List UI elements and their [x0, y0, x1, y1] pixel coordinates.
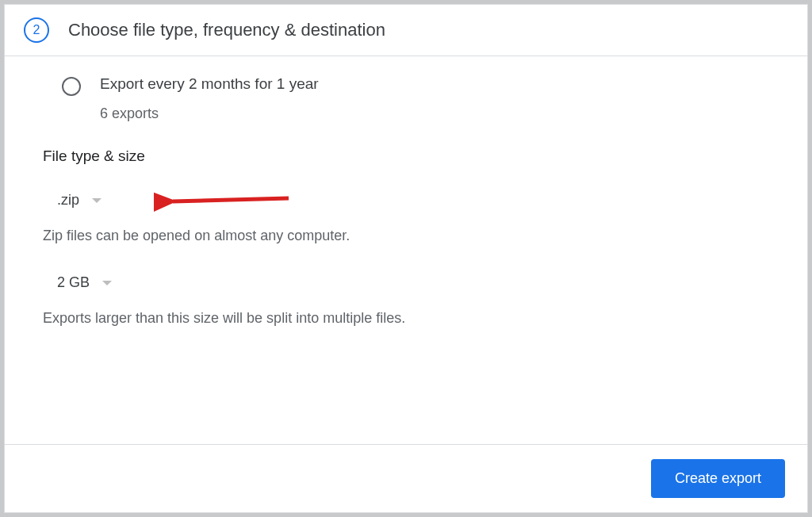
radio-content: Export every 2 months for 1 year 6 expor…	[100, 75, 319, 122]
footer-actions: Create export	[5, 445, 807, 512]
svg-line-1	[173, 198, 289, 201]
file-type-selected: .zip	[57, 192, 79, 209]
step-title: Choose file type, frequency & destinatio…	[68, 20, 385, 40]
step-header: 2 Choose file type, frequency & destinat…	[5, 5, 807, 56]
create-export-button[interactable]: Create export	[651, 459, 785, 498]
step-number-text: 2	[33, 23, 40, 37]
frequency-option-sublabel: 6 exports	[100, 105, 319, 122]
settings-content: Export every 2 months for 1 year 6 expor…	[5, 56, 807, 445]
annotation-arrow-icon	[154, 189, 297, 214]
file-type-section-title: File type & size	[43, 147, 769, 165]
chevron-down-icon	[102, 281, 112, 285]
step-number-badge: 2	[24, 17, 49, 43]
file-size-dropdown-wrapper: 2 GB	[43, 270, 769, 296]
chevron-down-icon	[92, 198, 102, 203]
radio-unchecked-icon[interactable]	[62, 77, 81, 96]
file-type-help-text: Zip files can be opened on almost any co…	[43, 228, 769, 244]
file-size-selected: 2 GB	[57, 274, 90, 291]
frequency-option-label: Export every 2 months for 1 year	[100, 75, 319, 93]
export-settings-panel: 2 Choose file type, frequency & destinat…	[4, 4, 808, 513]
frequency-option[interactable]: Export every 2 months for 1 year 6 expor…	[43, 75, 769, 122]
file-size-dropdown[interactable]: 2 GB	[43, 270, 121, 296]
file-type-dropdown-wrapper: .zip	[43, 187, 769, 213]
file-type-dropdown[interactable]: .zip	[43, 187, 111, 213]
file-size-help-text: Exports larger than this size will be sp…	[43, 310, 769, 327]
